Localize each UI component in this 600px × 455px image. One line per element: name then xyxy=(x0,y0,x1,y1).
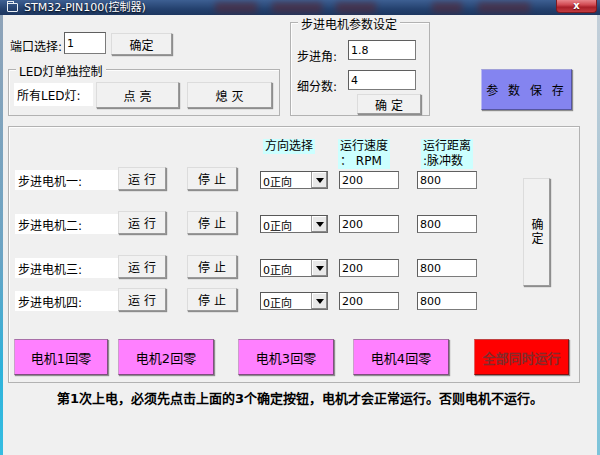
motor3-label: 步进电机三: xyxy=(15,258,121,278)
window-title: STM32-PIN100(控制器) xyxy=(24,0,146,15)
titlebar-glass-artifact xyxy=(215,2,257,13)
led-control-group: LED灯单独控制 所有LED灯: 点 亮 熄 灭 xyxy=(8,69,280,116)
motor3-distance-input[interactable] xyxy=(417,259,477,277)
motor1-distance-input[interactable] xyxy=(417,171,477,189)
motor1-label: 步进电机一: xyxy=(15,170,121,190)
led-on-button[interactable]: 点 亮 xyxy=(96,82,179,108)
motor3-direction-select[interactable]: 0正向 xyxy=(260,259,328,277)
motor2-distance-input[interactable] xyxy=(417,215,477,233)
direction-header: 方向选择 xyxy=(263,139,315,154)
save-params-button[interactable]: 参 数 保 存 xyxy=(481,69,572,110)
dropdown-arrow-icon[interactable] xyxy=(311,293,327,309)
window-icon xyxy=(7,3,18,12)
titlebar-glass-artifact xyxy=(432,2,462,13)
motors-confirm-button[interactable]: 确定 xyxy=(523,178,550,286)
run-all-button[interactable]: 全部同时运行 xyxy=(474,339,569,375)
step-angle-label: 步进角: xyxy=(297,47,337,64)
all-led-label: 所有LED灯: xyxy=(14,83,93,106)
titlebar-glass-artifact xyxy=(336,2,376,13)
titlebar-glass-artifact xyxy=(272,2,322,13)
distance-header: 运行距离 :脉冲数 xyxy=(421,139,473,169)
motor2-run-button[interactable]: 运 行 xyxy=(118,211,166,234)
dropdown-arrow-icon[interactable] xyxy=(311,216,327,232)
dropdown-arrow-icon[interactable] xyxy=(311,172,327,188)
dropdown-arrow-icon[interactable] xyxy=(311,260,327,276)
stepper-params-group: 步进电机参数设定 步进角: 细分数: 确 定 xyxy=(290,22,430,116)
motor4-distance-input[interactable] xyxy=(417,292,477,310)
motor4-direction-select[interactable]: 0正向 xyxy=(260,292,328,310)
led-off-button[interactable]: 熄 灭 xyxy=(187,82,272,108)
titlebar-glass-artifact xyxy=(478,2,530,13)
motor2-stop-button[interactable]: 停 止 xyxy=(187,211,237,234)
motor1-zero-button[interactable]: 电机1回零 xyxy=(14,339,108,375)
motor3-zero-button[interactable]: 电机3回零 xyxy=(238,339,334,375)
motor4-label: 步进电机四: xyxy=(15,291,121,311)
speed-header: 运行速度 ： RPM xyxy=(338,139,390,169)
motor2-zero-button[interactable]: 电机2回零 xyxy=(118,339,214,375)
motor2-label: 步进电机二: xyxy=(15,214,121,234)
motor3-stop-button[interactable]: 停 止 xyxy=(187,255,237,278)
motor1-stop-button[interactable]: 停 止 xyxy=(187,167,237,190)
motors-panel: 方向选择 运行速度 ： RPM 运行距离 :脉冲数 步进电机一: 运 行 停 止… xyxy=(8,126,580,383)
motor1-direction-value: 0正向 xyxy=(263,173,292,189)
motor4-direction-value: 0正向 xyxy=(263,294,292,310)
close-button[interactable]: x xyxy=(556,0,597,13)
motor2-direction-select[interactable]: 0正向 xyxy=(260,215,328,233)
motor4-stop-button[interactable]: 停 止 xyxy=(187,288,237,311)
motor4-run-button[interactable]: 运 行 xyxy=(118,288,166,311)
motor2-direction-value: 0正向 xyxy=(263,217,292,233)
motor3-speed-input[interactable] xyxy=(339,259,399,277)
motor3-direction-value: 0正向 xyxy=(263,261,292,277)
motor1-run-button[interactable]: 运 行 xyxy=(118,167,166,190)
motor2-speed-input[interactable] xyxy=(339,215,399,233)
port-select-label: 端口选择: xyxy=(10,37,62,54)
motor3-run-button[interactable]: 运 行 xyxy=(118,255,166,278)
subdivision-label: 细分数: xyxy=(297,77,337,94)
port-confirm-button[interactable]: 确定 xyxy=(111,33,172,55)
motor4-zero-button[interactable]: 电机4回零 xyxy=(353,339,449,375)
motor1-speed-input[interactable] xyxy=(339,171,399,189)
motor4-speed-input[interactable] xyxy=(339,292,399,310)
app-window: STM32-PIN100(控制器) x 端口选择: 确定 LED灯单独控制 所有… xyxy=(0,0,600,455)
titlebar: STM32-PIN100(控制器) x xyxy=(0,0,600,15)
params-confirm-button[interactable]: 确 定 xyxy=(357,94,421,114)
motor1-direction-select[interactable]: 0正向 xyxy=(260,171,328,189)
stepper-params-title: 步进电机参数设定 xyxy=(298,15,400,32)
client-area: 端口选择: 确定 LED灯单独控制 所有LED灯: 点 亮 熄 灭 步进电机参数… xyxy=(3,15,597,455)
led-group-title: LED灯单独控制 xyxy=(16,62,106,79)
startup-instruction-note: 第1次上电，必须先点击上面的3个确定按钮，电机才会正常运行。否则电机不运行。 xyxy=(3,388,597,407)
step-angle-input[interactable] xyxy=(348,40,416,60)
subdivision-input[interactable] xyxy=(348,70,416,90)
port-input[interactable] xyxy=(64,32,106,54)
